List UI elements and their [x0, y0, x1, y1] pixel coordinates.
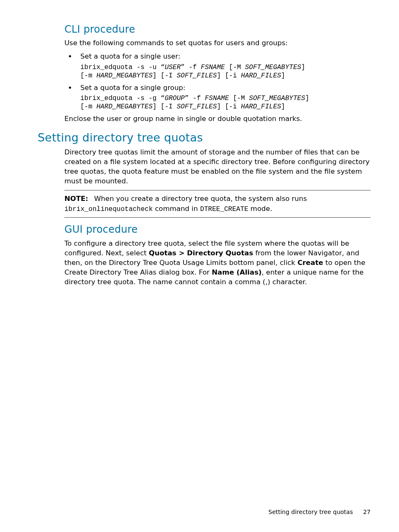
- code-arg: FSNAME: [205, 95, 229, 102]
- code-arg: HARD_MEGABYTES: [96, 103, 152, 111]
- note-label: NOTE:: [64, 195, 88, 203]
- gui-bold: Name (Alias): [212, 268, 261, 276]
- page-footer: Setting directory tree quotas 27: [269, 509, 371, 515]
- code-text: [-m: [80, 103, 96, 111]
- cli-bullet-user-lead: Set a quota for a single user:: [80, 52, 371, 61]
- code-text: ] [-i: [217, 103, 241, 111]
- note-text: When you create a directory tree quota, …: [94, 195, 307, 203]
- note-code: ibrix_onlinequotacheck: [64, 206, 153, 213]
- cli-bullet-list: Set a quota for a single user: ibrix_edq…: [64, 52, 371, 111]
- code-arg: HARD_FILES: [241, 72, 281, 80]
- code-text: ] [-I: [153, 72, 177, 80]
- code-text: ]: [301, 64, 305, 71]
- cli-bullet-group: Set a quota for a single group: ibrix_ed…: [64, 83, 371, 111]
- footer-page-number: 27: [363, 509, 371, 515]
- cli-bullet-user: Set a quota for a single user: ibrix_edq…: [64, 52, 371, 80]
- heading-gui-procedure: GUI procedure: [64, 224, 371, 235]
- page: CLI procedure Use the following commands…: [0, 0, 399, 532]
- code-text: [-M: [229, 95, 249, 102]
- code-text: ibrix_edquota -s -u “: [80, 64, 165, 71]
- code-text: ] [-I: [153, 103, 177, 111]
- note-code: DTREE_CREATE: [200, 206, 248, 213]
- gui-bold: Create: [297, 259, 323, 267]
- code-text: ” -f: [185, 95, 205, 102]
- cli-trailer-text: Enclose the user or group name in single…: [64, 114, 371, 123]
- note-text: command in: [153, 205, 200, 213]
- code-arg: HARD_FILES: [241, 103, 281, 111]
- note-text: mode.: [248, 205, 272, 213]
- code-text: ] [-i: [217, 72, 241, 80]
- code-text: ]: [281, 103, 285, 111]
- code-arg: SOFT_MEGABYTES: [245, 64, 301, 71]
- code-arg: HARD_MEGABYTES: [96, 72, 152, 80]
- cli-intro-text: Use the following commands to set quotas…: [64, 39, 371, 48]
- gui-bold: Quotas > Directory Quotas: [149, 249, 253, 257]
- code-text: ]: [305, 95, 309, 102]
- code-arg: GROUP: [165, 95, 185, 102]
- code-arg: SOFT_FILES: [176, 103, 217, 111]
- cli-user-code: ibrix_edquota -s -u “USER” -f FSNAME [-M…: [80, 63, 371, 80]
- code-arg: SOFT_MEGABYTES: [249, 95, 305, 102]
- code-text: ]: [281, 72, 285, 80]
- footer-title: Setting directory tree quotas: [269, 509, 353, 515]
- note-box: NOTE:When you create a directory tree qu…: [64, 190, 371, 217]
- code-arg: SOFT_FILES: [176, 72, 217, 80]
- code-text: [-M: [225, 64, 245, 71]
- dir-tree-intro: Directory tree quotas limit the amount o…: [64, 147, 371, 186]
- heading-setting-dir-tree-quotas: Setting directory tree quotas: [38, 131, 371, 144]
- gui-procedure-text: To configure a directory tree quota, sel…: [64, 239, 371, 287]
- heading-cli-procedure: CLI procedure: [64, 23, 371, 35]
- cli-bullet-group-lead: Set a quota for a single group:: [80, 83, 371, 93]
- code-text: [-m: [80, 72, 96, 80]
- code-text: ibrix_edquota -s -g “: [80, 95, 165, 102]
- code-text: ” -f: [181, 64, 201, 71]
- cli-group-code: ibrix_edquota -s -g “GROUP” -f FSNAME [-…: [80, 94, 371, 111]
- code-arg: USER: [165, 64, 181, 71]
- code-arg: FSNAME: [201, 64, 225, 71]
